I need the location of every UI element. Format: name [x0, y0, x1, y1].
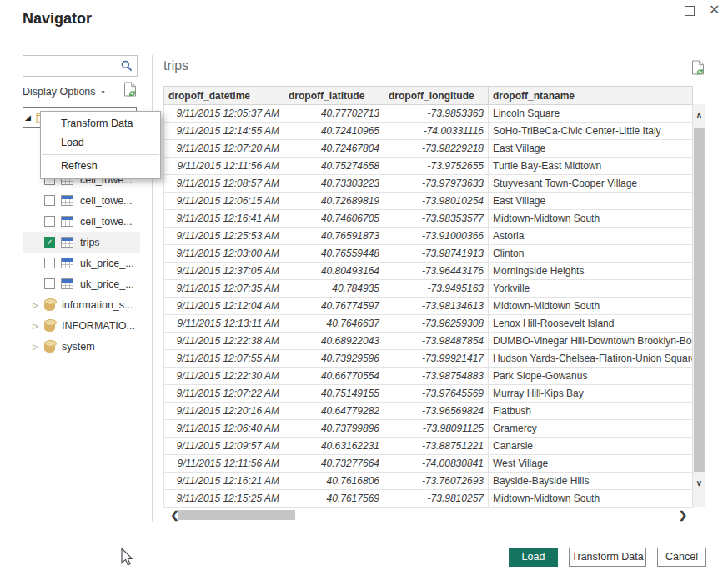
cell-dropoff-ntaname: Murray Hill-Kips Bay [489, 385, 693, 403]
scroll-right-icon[interactable]: ❯ [679, 509, 687, 521]
cell-dropoff-latitude: 40.73277664 [284, 455, 384, 473]
checkbox[interactable]: ✓ [44, 237, 55, 248]
table-row[interactable]: 9/11/2015 12:22:38 AM40.68922043-73.9848… [164, 333, 693, 350]
cell-dropoff-latitude: 40.75149155 [284, 385, 384, 403]
cell-dropoff-latitude: 40.64779282 [284, 403, 384, 420]
column-header-dropoff-datetime[interactable]: dropoff_datetime [164, 87, 284, 105]
tree-item-system[interactable]: ▷system [23, 336, 140, 357]
column-header-dropoff-latitude[interactable]: dropoff_latitude [284, 87, 384, 105]
horizontal-scrollbar[interactable]: ❮ ❯ [163, 508, 692, 522]
column-header-dropoff-longitude[interactable]: dropoff_longitude [384, 87, 489, 105]
cell-dropoff-datetime: 9/11/2015 12:13:11 AM [164, 315, 284, 333]
collapsed-caret-icon[interactable]: ▷ [33, 301, 40, 309]
cell-dropoff-longitude: -73.98091125 [384, 420, 489, 438]
cell-dropoff-longitude: -73.98010254 [384, 193, 489, 210]
search-input[interactable] [27, 57, 118, 75]
search-box[interactable] [23, 55, 138, 77]
table-row[interactable]: 9/11/2015 12:22:30 AM40.66770554-73.9875… [164, 368, 693, 385]
expanded-caret-icon[interactable]: ◢ [25, 113, 31, 122]
cell-dropoff-datetime: 9/11/2015 12:05:37 AM [164, 105, 284, 123]
checkbox[interactable] [44, 258, 55, 268]
table-row[interactable]: 9/11/2015 12:07:22 AM40.75149155-73.9764… [164, 385, 693, 403]
database-icon [44, 340, 55, 353]
cell-dropoff-latitude: 40.784935 [284, 280, 384, 298]
tree-item-trips[interactable]: ✓trips [23, 232, 140, 253]
table-row[interactable]: 9/11/2015 12:05:37 AM40.77702713-73.9853… [164, 105, 693, 123]
vertical-scroll-thumb[interactable] [694, 128, 705, 472]
tree-item-information-s[interactable]: ▷information_s... [23, 294, 140, 315]
checkbox[interactable] [44, 278, 55, 289]
table-row[interactable]: 9/11/2015 12:13:11 AM40.7646637-73.96259… [164, 315, 693, 333]
menu-separator [42, 154, 159, 155]
load-button[interactable]: Load [509, 548, 558, 567]
cell-dropoff-longitude: -74.00830841 [384, 455, 489, 473]
table-row[interactable]: 9/11/2015 12:20:16 AM40.64779282-73.9656… [164, 403, 693, 420]
cell-dropoff-longitude: -73.98353577 [384, 210, 489, 228]
cell-dropoff-ntaname: Turtle Bay-East Midtown [489, 158, 693, 175]
refresh-navigator-icon[interactable] [123, 82, 138, 101]
table-row[interactable]: 9/11/2015 12:08:57 AM40.73303223-73.9797… [164, 175, 693, 193]
collapsed-caret-icon[interactable]: ▷ [33, 343, 40, 351]
maximize-icon[interactable] [685, 6, 695, 16]
collapsed-caret-icon[interactable]: ▷ [33, 322, 40, 330]
menu-item-load[interactable]: Load [41, 133, 160, 153]
close-icon[interactable]: ✕ [709, 2, 720, 18]
table-row[interactable]: 9/11/2015 12:07:35 AM40.784935-73.949516… [164, 280, 693, 298]
database-icon [44, 298, 55, 312]
checkbox[interactable] [44, 195, 55, 206]
menu-item-transform-data[interactable]: Transform Data [41, 114, 160, 133]
table-row[interactable]: 9/11/2015 12:07:20 AM40.72467804-73.9822… [164, 140, 693, 158]
cell-dropoff-longitude: -73.9752655 [384, 158, 489, 175]
table-row[interactable]: 9/11/2015 12:16:21 AM40.7616806-73.76072… [164, 473, 693, 490]
refresh-preview-icon[interactable] [691, 60, 705, 80]
cell-dropoff-ntaname: Morningside Heights [489, 263, 693, 280]
table-row[interactable]: 9/11/2015 12:07:55 AM40.73929596-73.9992… [164, 350, 693, 368]
vertical-scrollbar[interactable]: ∧ ∨ [693, 104, 705, 507]
table-row[interactable]: 9/11/2015 12:12:04 AM40.76774597-73.9813… [164, 298, 693, 315]
cell-dropoff-ntaname: Flatbush [489, 403, 693, 420]
cell-dropoff-longitude: -74.00331116 [384, 123, 489, 140]
cell-dropoff-ntaname: SoHo-TriBeCa-Civic Center-Little Italy [489, 123, 693, 140]
cell-dropoff-longitude: -73.98229218 [384, 140, 489, 158]
cell-dropoff-latitude: 40.7617569 [284, 490, 384, 508]
table-icon [61, 237, 73, 248]
checkbox[interactable] [44, 216, 55, 227]
table-row[interactable]: 9/11/2015 12:16:41 AM40.74606705-73.9835… [164, 210, 693, 228]
cell-dropoff-latitude: 40.72410965 [284, 123, 384, 140]
tree-item-cell-towe[interactable]: cell_towe... [23, 211, 140, 232]
transform-data-button[interactable]: Transform Data [569, 548, 646, 567]
cell-dropoff-latitude: 40.76774597 [284, 298, 384, 315]
tree-item-informatio[interactable]: ▷INFORMATIO... [23, 315, 140, 336]
horizontal-scroll-thumb[interactable] [178, 510, 295, 520]
tree-item-uk-price[interactable]: uk_price_... [23, 273, 140, 294]
menu-item-refresh[interactable]: Refresh [41, 157, 160, 176]
cell-dropoff-ntaname: Lincoln Square [489, 105, 693, 123]
column-header-dropoff-ntaname[interactable]: dropoff_ntaname [489, 87, 693, 105]
table-icon [61, 278, 73, 289]
cancel-button[interactable]: Cancel [657, 548, 706, 567]
table-row[interactable]: 9/11/2015 12:11:56 AM40.75274658-73.9752… [164, 158, 693, 175]
cell-dropoff-datetime: 9/11/2015 12:14:55 AM [164, 123, 284, 140]
tree-item-uk-price[interactable]: uk_price_... [23, 253, 140, 273]
cell-dropoff-ntaname: Midtown-Midtown South [489, 490, 693, 508]
cell-dropoff-datetime: 9/11/2015 12:07:22 AM [164, 385, 284, 403]
preview-title: trips [163, 58, 188, 73]
table-row[interactable]: 9/11/2015 12:15:25 AM40.7617569-73.98102… [164, 490, 693, 508]
table-row[interactable]: 9/11/2015 12:06:40 AM40.73799896-73.9809… [164, 420, 693, 438]
table-row[interactable]: 9/11/2015 12:09:57 AM40.63162231-73.8875… [164, 438, 693, 455]
table-row[interactable]: 9/11/2015 12:11:56 AM40.73277664-74.0083… [164, 455, 693, 473]
table-row[interactable]: 9/11/2015 12:03:00 AM40.76559448-73.9874… [164, 245, 693, 263]
display-options[interactable]: Display Options ▾ [23, 83, 138, 100]
table-row[interactable]: 9/11/2015 12:14:55 AM40.72410965-74.0033… [164, 123, 693, 140]
cell-dropoff-longitude: -73.98741913 [384, 245, 489, 263]
cell-dropoff-longitude: -73.91000366 [384, 228, 489, 245]
cell-dropoff-latitude: 40.76591873 [284, 228, 384, 245]
table-row[interactable]: 9/11/2015 12:25:53 AM40.76591873-73.9100… [164, 228, 693, 245]
scroll-down-icon[interactable]: ∨ [693, 478, 705, 488]
tree-item-cell-towe[interactable]: cell_towe... [23, 190, 140, 211]
table-row[interactable]: 9/11/2015 12:37:05 AM40.80493164-73.9644… [164, 263, 693, 280]
database-icon [44, 319, 55, 333]
cell-dropoff-longitude: -73.76072693 [384, 473, 489, 490]
scroll-up-icon[interactable]: ∧ [693, 110, 705, 119]
table-row[interactable]: 9/11/2015 12:06:15 AM40.72689819-73.9801… [164, 193, 693, 210]
